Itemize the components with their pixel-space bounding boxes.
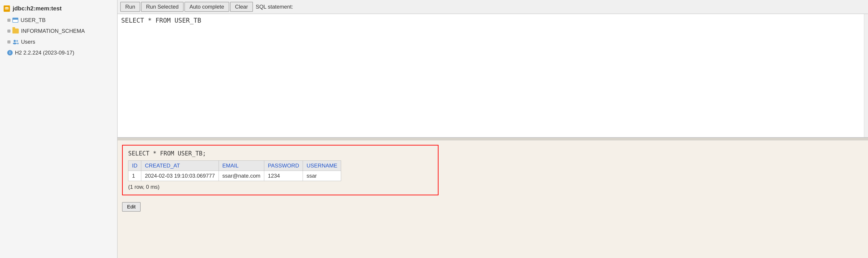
col-header-email[interactable]: EMAIL (219, 161, 264, 171)
cell-created-at: 2024-02-03 19:10:03.069777 (141, 171, 219, 181)
sidebar-label-users: Users (21, 39, 35, 45)
auto-complete-button[interactable]: Auto complete (184, 2, 229, 12)
sidebar-label-information-schema: INFORMATION_SCHEMA (21, 28, 85, 34)
info-icon: i (7, 50, 13, 55)
database-icon (4, 5, 10, 12)
cell-password: 1234 (264, 171, 303, 181)
cell-username: ssar (303, 171, 341, 181)
expand-icon-users: ⊞ (7, 39, 11, 45)
sql-editor[interactable]: SELECT * FROM USER_TB (118, 14, 868, 138)
clear-button[interactable]: Clear (230, 2, 253, 12)
sidebar-connection[interactable]: jdbc:h2:mem:test (0, 2, 117, 15)
col-header-created-at[interactable]: CREATED_AT (141, 161, 219, 171)
sidebar-item-users[interactable]: ⊞ Users (0, 36, 117, 47)
result-table: ID CREATED_AT EMAIL PASSWORD USERNAME 1 … (128, 161, 341, 181)
svg-point-0 (5, 7, 8, 8)
sql-statement-label: SQL statement: (256, 4, 293, 10)
edit-button[interactable]: Edit (122, 202, 141, 211)
results-panel: SELECT * FROM USER_TB; ID CREATED_AT EMA… (122, 145, 438, 195)
run-selected-button[interactable]: Run Selected (141, 2, 184, 12)
expand-icon-user-tb: ⊞ (7, 18, 11, 23)
sidebar-item-user-tb[interactable]: ⊞ USER_TB (0, 15, 117, 26)
table-icon-user-tb (12, 18, 18, 23)
sidebar-item-information-schema[interactable]: ⊞ INFORMATION_SCHEMA (0, 26, 117, 36)
run-button[interactable]: Run (120, 2, 140, 12)
col-header-password[interactable]: PASSWORD (264, 161, 303, 171)
svg-point-2 (13, 42, 17, 45)
sql-content: SELECT * FROM USER_TB (121, 17, 864, 24)
editor-resize-handle[interactable] (864, 14, 868, 137)
result-query-text: SELECT * FROM USER_TB; (128, 150, 432, 157)
col-header-id[interactable]: ID (128, 161, 141, 171)
results-area: SELECT * FROM USER_TB; ID CREATED_AT EMA… (118, 140, 868, 258)
svg-point-3 (16, 40, 18, 42)
table-row: 1 2024-02-03 19:10:03.069777 ssar@nate.c… (128, 171, 341, 181)
sidebar-item-h2-version[interactable]: i H2 2.2.224 (2023-09-17) (0, 47, 117, 58)
vertical-resize-handle[interactable] (118, 138, 868, 140)
sidebar-label-user-tb: USER_TB (21, 17, 46, 23)
edit-button-area: Edit (118, 200, 868, 214)
svg-point-1 (13, 40, 16, 42)
toolbar: Run Run Selected Auto complete Clear SQL… (118, 0, 868, 14)
table-header-row: ID CREATED_AT EMAIL PASSWORD USERNAME (128, 161, 341, 171)
svg-point-4 (17, 43, 19, 45)
col-header-username[interactable]: USERNAME (303, 161, 341, 171)
result-summary: (1 row, 0 ms) (128, 184, 432, 190)
cell-email: ssar@nate.com (219, 171, 264, 181)
sidebar-label-h2-version: H2 2.2.224 (2023-09-17) (15, 50, 74, 56)
sidebar: jdbc:h2:mem:test ⊞ USER_TB ⊞ INFORMATION… (0, 0, 118, 258)
users-icon (12, 39, 19, 45)
expand-icon-information-schema: ⊞ (7, 29, 11, 33)
sidebar-connection-label: jdbc:h2:mem:test (13, 5, 62, 12)
folder-icon-information-schema (12, 29, 19, 33)
cell-id: 1 (128, 171, 141, 181)
main-content: Run Run Selected Auto complete Clear SQL… (118, 0, 868, 258)
